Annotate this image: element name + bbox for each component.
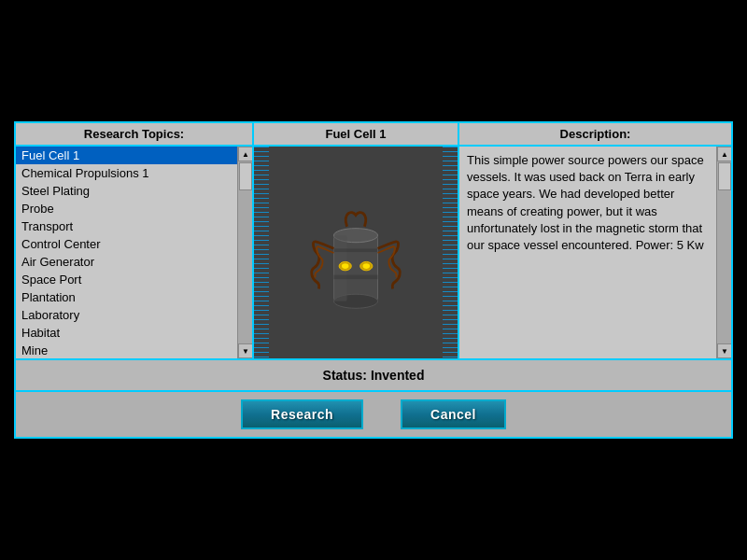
list-item[interactable]: Habitat bbox=[16, 324, 237, 342]
desc-scroll-up-btn[interactable]: ▲ bbox=[717, 147, 731, 161]
research-topics-header: Research Topics: bbox=[16, 123, 252, 147]
scroll-track bbox=[238, 161, 252, 343]
fuel-cell-image bbox=[290, 178, 421, 328]
list-item[interactable]: Space Port bbox=[16, 271, 237, 288]
desc-scroll-thumb[interactable] bbox=[718, 162, 731, 190]
cancel-button[interactable]: Cancel bbox=[401, 399, 506, 429]
blue-lines-left-deco bbox=[254, 147, 269, 358]
list-item[interactable]: Probe bbox=[16, 200, 237, 217]
scroll-up-btn[interactable]: ▲ bbox=[238, 147, 252, 161]
list-item[interactable]: Plantation bbox=[16, 288, 237, 306]
blue-lines-right-deco bbox=[443, 147, 458, 358]
status-bar: Status: Invented bbox=[16, 358, 731, 390]
research-dialog: Research Topics: Fuel Cell 1Chemical Pro… bbox=[14, 121, 733, 439]
list-scrollbar[interactable]: ▲ ▼ bbox=[237, 147, 252, 358]
desc-scroll-track bbox=[717, 161, 731, 343]
description-scrollbar[interactable]: ▲ ▼ bbox=[716, 147, 731, 358]
left-panel: Research Topics: Fuel Cell 1Chemical Pro… bbox=[16, 123, 254, 358]
svg-point-7 bbox=[363, 263, 371, 269]
desc-scroll-down-btn[interactable]: ▼ bbox=[717, 343, 731, 358]
dialog-top: Research Topics: Fuel Cell 1Chemical Pro… bbox=[16, 123, 731, 358]
svg-point-6 bbox=[342, 263, 349, 269]
list-item[interactable]: Laboratory bbox=[16, 306, 237, 324]
description-text: This simple power source powers our spac… bbox=[459, 147, 716, 358]
item-image-area bbox=[254, 147, 458, 358]
fuel-cell-header: Fuel Cell 1 bbox=[254, 123, 458, 147]
list-container: Fuel Cell 1Chemical Propulsions 1Steel P… bbox=[16, 147, 252, 358]
middle-panel: Fuel Cell 1 bbox=[254, 123, 459, 358]
list-item[interactable]: Control Center bbox=[16, 235, 237, 253]
description-container: This simple power source powers our spac… bbox=[459, 147, 731, 358]
research-topics-list[interactable]: Fuel Cell 1Chemical Propulsions 1Steel P… bbox=[16, 147, 237, 358]
scroll-down-btn[interactable]: ▼ bbox=[238, 343, 252, 358]
list-item[interactable]: Steel Plating bbox=[16, 182, 237, 200]
buttons-row: Research Cancel bbox=[16, 390, 731, 437]
description-header: Description: bbox=[459, 123, 731, 147]
list-item[interactable]: Transport bbox=[16, 217, 237, 235]
list-item[interactable]: Air Generator bbox=[16, 253, 237, 271]
svg-rect-9 bbox=[333, 248, 377, 252]
right-panel: Description: This simple power source po… bbox=[459, 123, 731, 358]
list-item[interactable]: Fuel Cell 1 bbox=[16, 147, 237, 164]
scroll-thumb[interactable] bbox=[239, 162, 252, 190]
research-button[interactable]: Research bbox=[241, 399, 363, 429]
list-item[interactable]: Chemical Propulsions 1 bbox=[16, 164, 237, 182]
list-item[interactable]: Mine bbox=[16, 342, 237, 358]
svg-rect-8 bbox=[333, 274, 377, 279]
